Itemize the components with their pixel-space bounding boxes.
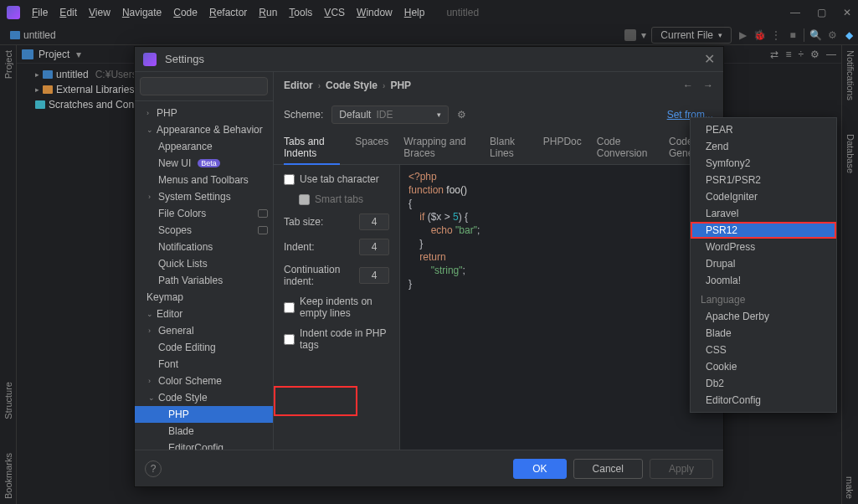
indent-php-tags-checkbox[interactable] <box>284 334 295 345</box>
cont-indent-input[interactable] <box>359 267 389 284</box>
menu-tools[interactable]: Tools <box>284 3 317 22</box>
tree-code-style-php[interactable]: PHP <box>135 406 273 423</box>
popup-codeigniter[interactable]: CodeIgniter <box>691 188 836 205</box>
help-button[interactable]: ? <box>145 460 162 477</box>
menu-code[interactable]: Code <box>168 3 203 22</box>
select-opened-file-icon[interactable]: ⇄ <box>770 49 778 60</box>
tab-size-input[interactable] <box>359 213 389 230</box>
settings-search-input[interactable] <box>140 77 268 95</box>
popup-lang-blade[interactable]: Blade <box>691 325 836 342</box>
settings-icon[interactable]: ⚙ <box>826 29 838 41</box>
ok-button[interactable]: OK <box>513 459 566 479</box>
crumb-editor[interactable]: Editor <box>284 80 313 91</box>
tree-color-scheme[interactable]: ›Color Scheme <box>135 373 273 389</box>
popup-pear[interactable]: PEAR <box>691 121 836 138</box>
gutter-database[interactable]: Database <box>845 134 855 173</box>
tree-code-editing[interactable]: Code Editing <box>135 339 273 356</box>
popup-drupal[interactable]: Drupal <box>691 255 836 272</box>
keep-indents-checkbox[interactable] <box>284 302 295 313</box>
user-icon[interactable] <box>624 29 636 41</box>
hide-panel-icon[interactable]: — <box>826 49 836 60</box>
popup-joomla[interactable]: Joomla! <box>691 272 836 289</box>
scheme-dropdown[interactable]: Default IDE <box>331 105 449 124</box>
editor-tab-bar: untitled ▾ Current File ▶ 🐞 ⋮ ■ 🔍 ⚙ ◆ <box>0 25 858 45</box>
indent-input[interactable] <box>359 239 389 255</box>
tab-spaces[interactable]: Spaces <box>355 131 388 164</box>
menu-run[interactable]: Run <box>254 3 282 22</box>
popup-zend[interactable]: Zend <box>691 138 836 155</box>
panel-settings-icon[interactable]: ⚙ <box>810 49 819 60</box>
tree-menus-toolbars[interactable]: Menus and Toolbars <box>135 172 273 188</box>
popup-symfony2[interactable]: Symfony2 <box>691 155 836 172</box>
tree-php[interactable]: ›PHP <box>135 105 273 121</box>
maximize-button[interactable]: ▢ <box>817 7 826 18</box>
popup-lang-apache-derby[interactable]: Apache Derby <box>691 308 836 325</box>
nav-back-icon[interactable]: ← <box>683 80 693 91</box>
tab-code-conversion[interactable]: Code Conversion <box>597 131 654 164</box>
tree-file-colors[interactable]: File Colors <box>135 205 273 222</box>
minimize-button[interactable]: — <box>790 7 800 18</box>
menu-help[interactable]: Help <box>399 3 430 22</box>
tab-tabs-indents[interactable]: Tabs and Indents <box>284 131 340 164</box>
popup-wordpress[interactable]: WordPress <box>691 239 836 255</box>
menu-navigate[interactable]: Navigate <box>117 3 167 22</box>
crumb-code-style[interactable]: Code Style <box>326 80 378 91</box>
tree-notifications[interactable]: Notifications <box>135 239 273 255</box>
gutter-project[interactable]: Project <box>3 50 13 79</box>
tab-phpdoc[interactable]: PHPDoc <box>543 131 582 164</box>
popup-lang-db2[interactable]: Db2 <box>691 375 836 392</box>
collapse-all-icon[interactable]: ÷ <box>798 49 804 60</box>
tab-blank-lines[interactable]: Blank Lines <box>490 131 528 164</box>
popup-psr12[interactable]: PSR12 <box>691 222 836 239</box>
menu-window[interactable]: Window <box>352 3 398 22</box>
debug-icon[interactable]: 🐞 <box>753 29 765 41</box>
close-button[interactable]: ✕ <box>843 7 851 18</box>
popup-lang-css[interactable]: CSS <box>691 342 836 358</box>
tree-editor[interactable]: ⌄Editor <box>135 306 273 322</box>
tree-keymap[interactable]: Keymap <box>135 289 273 306</box>
menu-vcs[interactable]: VCS <box>319 3 350 22</box>
menu-refactor[interactable]: Refactor <box>204 3 252 22</box>
dialog-close-button[interactable]: ✕ <box>704 51 715 67</box>
tree-new-ui[interactable]: New UIBeta <box>135 155 273 172</box>
window-buttons: — ▢ ✕ <box>790 7 851 18</box>
menu-file[interactable]: File <box>27 3 53 22</box>
chevron-down-icon[interactable]: ▾ <box>641 29 646 41</box>
gutter-make[interactable]: make <box>845 476 855 499</box>
gutter-notifications[interactable]: Notifications <box>845 50 855 100</box>
tree-general[interactable]: ›General <box>135 322 273 339</box>
nav-forward-icon[interactable]: → <box>703 80 713 91</box>
tree-code-style-editorconfig[interactable]: EditorConfig <box>135 440 273 450</box>
popup-lang-editorconfig[interactable]: EditorConfig <box>691 392 836 409</box>
run-config-dropdown[interactable]: Current File <box>651 27 732 44</box>
menu-edit[interactable]: Edit <box>54 3 82 22</box>
tree-code-style[interactable]: ⌄Code Style <box>135 389 273 406</box>
apply-button[interactable]: Apply <box>650 459 713 479</box>
tree-appearance-behavior[interactable]: ⌄Appearance & Behavior <box>135 121 273 138</box>
gutter-bookmarks[interactable]: Bookmarks <box>3 453 13 499</box>
cancel-button[interactable]: Cancel <box>573 459 643 479</box>
tree-path-variables[interactable]: Path Variables <box>135 272 273 289</box>
ide-features-icon[interactable]: ◆ <box>843 29 855 41</box>
tree-quick-lists[interactable]: Quick Lists <box>135 255 273 272</box>
gutter-structure[interactable]: Structure <box>3 382 13 419</box>
scheme-gear-icon[interactable]: ⚙ <box>457 109 466 121</box>
tree-scopes[interactable]: Scopes <box>135 222 273 239</box>
tree-font[interactable]: Font <box>135 356 273 373</box>
tree-code-style-blade[interactable]: Blade <box>135 423 273 440</box>
stop-icon[interactable]: ■ <box>787 29 799 41</box>
use-tab-char-checkbox[interactable] <box>284 174 295 185</box>
run-icon[interactable]: ▶ <box>737 29 748 41</box>
more-run-icon[interactable]: ⋮ <box>770 29 782 41</box>
expand-all-icon[interactable]: ≡ <box>785 49 791 60</box>
search-icon[interactable]: 🔍 <box>809 29 821 41</box>
menu-view[interactable]: View <box>84 3 116 22</box>
chevron-down-icon[interactable]: ▾ <box>76 49 81 60</box>
tree-system-settings[interactable]: ›System Settings <box>135 188 273 205</box>
popup-lang-cookie[interactable]: Cookie <box>691 358 836 375</box>
tree-appearance[interactable]: Appearance <box>135 138 273 155</box>
project-tab[interactable]: untitled <box>3 28 63 43</box>
tab-wrapping[interactable]: Wrapping and Braces <box>403 131 475 164</box>
popup-laravel[interactable]: Laravel <box>691 205 836 222</box>
popup-psr1-psr2[interactable]: PSR1/PSR2 <box>691 172 836 188</box>
